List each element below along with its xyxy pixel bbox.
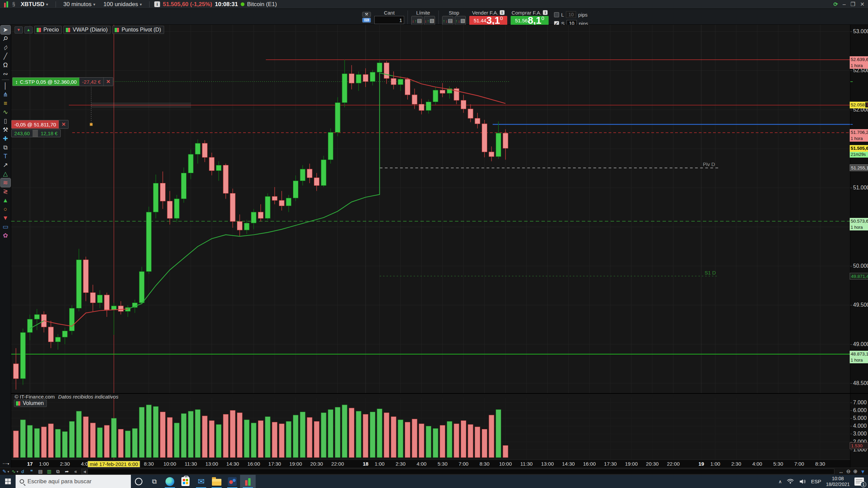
pattern-tool[interactable]: ≋	[1, 178, 11, 187]
price-grid-label: 53.000	[853, 28, 868, 35]
minimize-icon[interactable]: –	[843, 1, 846, 7]
zoom-out-icon[interactable]: ⊖	[846, 468, 851, 474]
sell-header: Vender F.A.	[472, 10, 498, 16]
arrow-tool[interactable]: ↗	[1, 161, 11, 169]
color-wheel-tool[interactable]: ✿	[1, 231, 11, 240]
time-label: 10:00	[499, 461, 512, 467]
vertical-line-tool[interactable]: │	[1, 81, 11, 90]
ellipse-tool[interactable]: ○	[1, 205, 11, 214]
expand-panel-icon[interactable]: ▼	[860, 469, 865, 474]
elliott-wave-tool[interactable]: ∿	[1, 108, 11, 117]
speaker-icon[interactable]	[799, 479, 806, 485]
taskbar-app-trading[interactable]	[240, 475, 256, 488]
rectangle-tool[interactable]: ▭	[1, 222, 11, 231]
export-icon[interactable]: ➦	[62, 468, 71, 475]
zoom-tool[interactable]: ⚲	[1, 34, 11, 43]
taskbar-clock[interactable]: 10:08 18/02/2021	[826, 476, 850, 487]
drag-handle-icon[interactable]: ↕	[15, 79, 18, 85]
time-axis[interactable]: 171:002:304:00mié 17-feb-2021 6:008:3010…	[11, 460, 850, 468]
collapse-toolbar-icon[interactable]: «	[71, 468, 80, 475]
task-view-button[interactable]: ⧉	[146, 475, 162, 488]
wifi-icon[interactable]	[787, 479, 794, 485]
buy-stop-order-button[interactable]: ↑↓▧	[455, 16, 466, 25]
quantity-input[interactable]	[374, 16, 404, 24]
settings-tools[interactable]: ⚒	[1, 125, 11, 134]
volume-current-tag: 1.530	[850, 442, 868, 449]
chart-area[interactable]: Piv DS1 D ▼ ▲ Precio VWAP (Diario) Punto…	[11, 25, 850, 468]
time-label: 1:00	[375, 461, 384, 467]
scroll-left-icon[interactable]: ◀	[82, 469, 88, 474]
volume-pane-canvas[interactable]	[11, 398, 850, 460]
units-selector[interactable]: 100 unidades▾	[101, 1, 144, 8]
channel-tool[interactable]: ≷	[1, 187, 11, 196]
alert-bell-tool[interactable]: Ω	[1, 61, 11, 69]
buy-limit-order-button[interactable]: ↓↑▧	[424, 16, 435, 25]
taskbar-search-input[interactable]: Escribe aquí para buscar	[16, 475, 131, 488]
legend-item-pivots[interactable]: Puntos Pivot (D)	[112, 26, 164, 34]
sell-limit-order-button[interactable]: ↓↑▤	[411, 16, 422, 25]
time-label: 4:00	[417, 461, 427, 467]
restore-icon[interactable]: ❐	[850, 1, 855, 7]
sell-stop-order-button[interactable]: ↑↓▤	[442, 16, 453, 25]
taskbar-app-explorer[interactable]	[209, 475, 224, 488]
screens-icon[interactable]: ⧉	[54, 468, 62, 475]
buy-marker-tool[interactable]: ▲	[1, 196, 11, 205]
taskbar-app-store[interactable]	[178, 475, 193, 488]
price-pane-canvas[interactable]: Piv DS1 D	[11, 25, 850, 393]
taskbar-app-palette[interactable]	[224, 475, 240, 488]
sell-market-button[interactable]: 51.443,10	[469, 16, 507, 25]
volume-legend[interactable]: Volumen	[14, 400, 47, 407]
drawing-toolbar: ➤⚲▱╱Ω∾│⋔≡∿▯⚒✚⧉T↗△≋≷▲○▼▭✿	[0, 25, 11, 468]
refresh-icon[interactable]: ⟳	[833, 1, 838, 7]
start-button[interactable]	[0, 475, 16, 488]
news-report-icon[interactable]: ▤	[36, 468, 45, 475]
zoom-in-icon[interactable]: ⊕	[853, 468, 858, 474]
time-label: 17	[27, 461, 33, 467]
limit-pips-input[interactable]	[566, 11, 576, 18]
notification-center-icon[interactable]: 1	[854, 477, 864, 486]
cortana-button[interactable]	[131, 475, 146, 488]
segment-tool[interactable]: ∾	[1, 69, 11, 78]
fibonacci-tool[interactable]: ≡	[1, 99, 11, 108]
taskbar-app-edge[interactable]	[162, 475, 178, 488]
timeframe-selector[interactable]: 30 minutos▾	[61, 1, 98, 8]
trendline-tool[interactable]: ╱	[1, 52, 11, 61]
chat-icon[interactable]: ❝	[27, 468, 36, 475]
price-axis[interactable]: 53.00052.50052.00051.00050.50050.00049.5…	[850, 25, 868, 468]
ruler-tool[interactable]: ▱	[1, 43, 11, 52]
taskbar-app-mail[interactable]: ✉	[193, 475, 209, 488]
stop-order-widget[interactable]: ↕C:STP 0,05 @ 52.360,00 -27,42 € ✕	[12, 77, 113, 86]
copy-tool[interactable]: ⧉	[1, 143, 11, 152]
language-indicator[interactable]: ESP	[811, 479, 821, 484]
chart-h-scrollbar[interactable]: ◀	[81, 469, 834, 474]
limit-checkbox[interactable]	[554, 12, 559, 17]
info-icon[interactable]: i	[154, 1, 160, 7]
share-icon[interactable]: ☌	[18, 468, 27, 475]
pitchfork-tool[interactable]: ⋔	[1, 90, 11, 99]
triangle-tool[interactable]: △	[1, 169, 11, 178]
delete-tool[interactable]: ▯	[1, 117, 11, 125]
volume-grid-label: 6.000	[853, 407, 867, 413]
portfolio-icon[interactable]: ▥	[45, 468, 54, 475]
buy-doc-icon[interactable]: ▲	[24, 26, 33, 34]
keyboard-trading-button[interactable]: ⌨	[362, 18, 371, 23]
timeline-options-button[interactable]: ⋯▾	[1, 460, 11, 467]
legend-item-precio[interactable]: Precio	[34, 26, 62, 34]
legend-item-vwap[interactable]: VWAP (Diario)	[63, 26, 111, 34]
symbol-selector[interactable]: XBTUSD▾	[18, 1, 51, 8]
fit-chart-icon[interactable]: ↔	[839, 469, 844, 474]
text-tool[interactable]: T	[1, 152, 11, 161]
move-tool[interactable]: ✚	[1, 134, 11, 143]
tray-chevron-icon[interactable]: ∧	[778, 479, 782, 484]
cancel-order-icon[interactable]: ✕	[103, 78, 113, 86]
sell-doc-icon[interactable]: ▼	[15, 26, 23, 34]
order-settings-button[interactable]: ⚒	[362, 12, 371, 17]
cursor-tool[interactable]: ➤	[1, 25, 11, 34]
close-icon[interactable]: ✕	[860, 1, 865, 7]
position-widget[interactable]: -0,05 @ 51.811,70 ✕	[11, 120, 68, 129]
link-icon[interactable]: §	[12, 1, 15, 7]
close-position-icon[interactable]: ✕	[59, 120, 68, 128]
sell-marker-tool[interactable]: ▼	[1, 214, 11, 222]
time-label: 16:00	[247, 461, 260, 467]
buy-market-button[interactable]: 51.568,10	[511, 16, 549, 25]
